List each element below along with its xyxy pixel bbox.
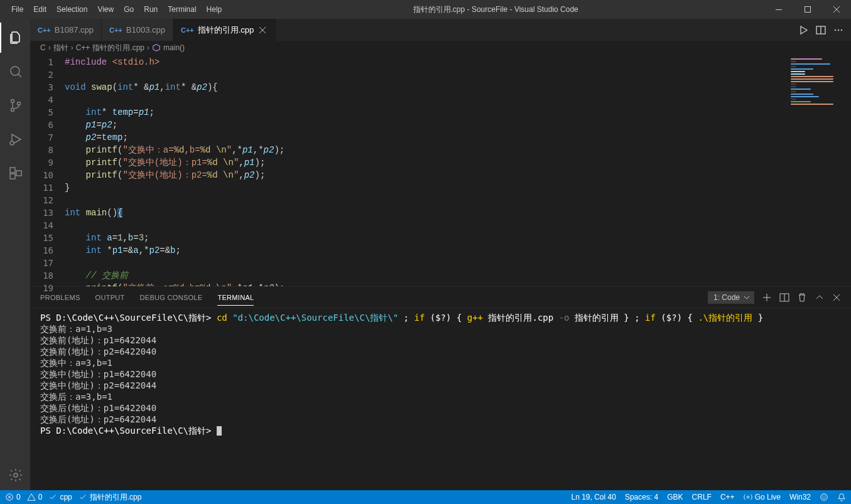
activity-source-control[interactable] — [0, 90, 30, 121]
kill-terminal-button[interactable] — [797, 292, 807, 303]
split-editor-button[interactable] — [816, 25, 826, 35]
chevron-right-icon: › — [48, 43, 51, 52]
smiley-icon — [820, 493, 828, 501]
status-platform[interactable]: Win32 — [789, 493, 811, 501]
status-file-check[interactable]: 指针的引用.cpp — [79, 492, 142, 503]
cpp-icon: C++ — [181, 26, 194, 34]
method-icon — [152, 43, 161, 52]
tab-close-icon[interactable] — [257, 25, 268, 35]
menu-terminal[interactable]: Terminal — [163, 5, 201, 14]
terminal-output[interactable]: PS D:\Code\C++\SourceFile\C\指针> cd "d:\C… — [30, 308, 851, 490]
menu-go[interactable]: Go — [119, 5, 139, 14]
titlebar: File Edit Selection View Go Run Terminal… — [0, 0, 851, 19]
terminal-selector[interactable]: 1: Code — [708, 291, 754, 304]
ellipsis-icon — [833, 25, 843, 35]
warning-icon — [27, 493, 36, 501]
status-golive[interactable]: Go Live — [744, 493, 781, 501]
status-cursor[interactable]: Ln 19, Col 40 — [571, 493, 615, 501]
svg-point-10 — [14, 473, 18, 477]
editor[interactable]: 12345678910111213141516171819 #include <… — [30, 55, 851, 286]
panel-tab-terminal[interactable]: TERMINAL — [217, 294, 254, 306]
panel-tab-debug-console[interactable]: DEBUG CONSOLE — [140, 294, 203, 301]
status-lang-check[interactable]: cpp — [48, 493, 72, 501]
split-terminal-button[interactable] — [779, 292, 789, 303]
panel-tabs: PROBLEMS OUTPUT DEBUG CONSOLE TERMINAL 1… — [30, 287, 851, 308]
window-title: 指针的引用.cpp - SourceFile - Visual Studio C… — [227, 4, 764, 15]
menu-edit[interactable]: Edit — [28, 5, 51, 14]
activity-explorer[interactable] — [0, 23, 30, 53]
activity-run-debug[interactable] — [0, 124, 30, 154]
chevron-right-icon: › — [71, 43, 73, 52]
status-spaces[interactable]: Spaces: 4 — [625, 493, 658, 501]
svg-rect-0 — [776, 9, 782, 10]
panel: PROBLEMS OUTPUT DEBUG CONSOLE TERMINAL 1… — [30, 286, 851, 490]
chevron-right-icon: › — [147, 43, 149, 52]
maximize-button[interactable] — [793, 0, 822, 19]
broadcast-icon — [744, 493, 752, 501]
svg-point-19 — [747, 496, 749, 498]
cpp-icon: C++ — [38, 26, 51, 34]
minimize-icon — [776, 9, 782, 10]
activity-bar — [0, 19, 30, 490]
svg-point-6 — [10, 141, 14, 145]
tab-label: B1003.cpp — [126, 25, 165, 35]
svg-point-13 — [835, 29, 836, 30]
svg-point-15 — [841, 29, 842, 30]
minimize-button[interactable] — [764, 0, 793, 19]
crumb-file[interactable]: C++ 指针的引用.cpp — [76, 43, 144, 53]
tab-b1087[interactable]: C++ B1087.cpp — [30, 19, 102, 41]
svg-rect-1 — [805, 7, 811, 13]
activity-extensions[interactable] — [0, 158, 30, 188]
crumb-symbol[interactable]: main() — [152, 43, 185, 52]
more-actions-button[interactable] — [833, 25, 843, 35]
search-icon — [8, 64, 23, 79]
tab-b1003[interactable]: C++ B1003.cpp — [102, 19, 173, 41]
branch-icon — [8, 98, 23, 113]
svg-point-21 — [823, 496, 823, 496]
activity-search[interactable] — [0, 56, 30, 87]
maximize-panel-button[interactable] — [815, 292, 825, 303]
run-button[interactable] — [798, 25, 808, 35]
cpp-icon: C++ — [76, 43, 90, 52]
debug-icon — [8, 132, 23, 147]
tab-active[interactable]: C++ 指针的引用.cpp — [173, 19, 276, 41]
crumb-folder[interactable]: C — [40, 43, 46, 52]
status-warnings[interactable]: 0 — [27, 493, 43, 501]
split-icon — [779, 292, 789, 303]
activity-settings[interactable] — [0, 460, 30, 490]
panel-tab-output[interactable]: OUTPUT — [95, 294, 125, 301]
menu-view[interactable]: View — [92, 5, 119, 14]
extensions-icon — [8, 166, 23, 181]
svg-point-14 — [838, 29, 839, 30]
close-icon — [833, 6, 840, 13]
status-feedback[interactable] — [820, 493, 828, 501]
new-terminal-button[interactable] — [762, 292, 772, 303]
status-notifications[interactable] — [837, 493, 846, 501]
code-area[interactable]: #include <stdio.h> void swap(int* &p1,in… — [65, 55, 776, 286]
status-eol[interactable]: CRLF — [692, 493, 712, 501]
crumb-folder[interactable]: 指针 — [53, 43, 68, 53]
close-button[interactable] — [822, 0, 851, 19]
status-language[interactable]: C++ — [720, 493, 735, 501]
minimap[interactable] — [776, 55, 851, 286]
trash-icon — [797, 292, 807, 303]
error-icon — [5, 493, 14, 501]
close-panel-button[interactable] — [832, 293, 841, 302]
menu-run[interactable]: Run — [139, 5, 163, 14]
status-encoding[interactable]: GBK — [667, 493, 683, 501]
terminal-selector-label: 1: Code — [713, 293, 740, 302]
tab-label: 指针的引用.cpp — [198, 24, 254, 36]
menu-help[interactable]: Help — [202, 5, 227, 14]
files-icon — [8, 30, 23, 45]
chevron-up-icon — [815, 292, 825, 303]
svg-point-20 — [821, 494, 828, 501]
menu-selection[interactable]: Selection — [51, 5, 92, 14]
svg-rect-8 — [10, 174, 15, 179]
breadcrumb[interactable]: C › 指针 › C++ 指针的引用.cpp › main() — [30, 41, 851, 55]
panel-tab-problems[interactable]: PROBLEMS — [40, 294, 80, 301]
cpp-icon: C++ — [109, 26, 122, 34]
status-errors[interactable]: 0 — [5, 493, 21, 501]
chevron-down-icon — [744, 294, 750, 301]
menu-file[interactable]: File — [6, 5, 28, 14]
svg-point-2 — [11, 67, 19, 75]
